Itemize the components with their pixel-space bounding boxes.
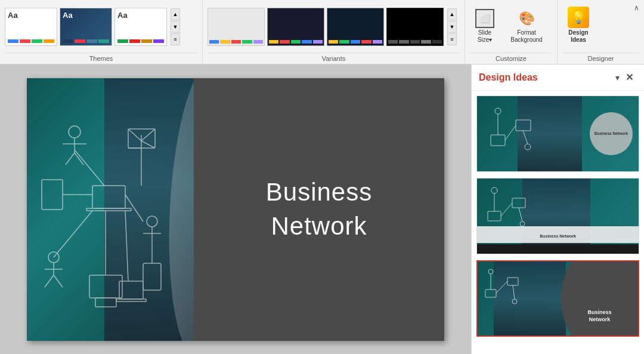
designer-label: Designer [562, 53, 639, 64]
idea-2-text: Business Network [540, 234, 576, 238]
svg-point-32 [495, 108, 501, 114]
designer-section: 💡 DesignIdeas Designer ∧ [558, 0, 644, 64]
variants-scroll-down[interactable]: ▼ [447, 21, 457, 33]
svg-line-7 [75, 150, 104, 186]
svg-line-39 [523, 131, 528, 144]
slide-size-button[interactable]: ⬜ SlideSize▾ [470, 6, 500, 47]
svg-rect-21 [95, 298, 116, 307]
svg-rect-12 [42, 180, 63, 210]
svg-point-48 [488, 269, 493, 274]
svg-line-5 [66, 153, 75, 165]
variant-item-4[interactable] [386, 8, 444, 46]
slide-area: Business Network [0, 64, 471, 354]
svg-line-53 [496, 281, 507, 293]
svg-rect-52 [507, 278, 518, 285]
variant-item-2[interactable] [267, 8, 324, 46]
theme-item-3[interactable]: Aa [114, 8, 167, 46]
design-panel-close-button[interactable]: ✕ [622, 70, 637, 84]
design-ideas-panel: Design Ideas ▾ ✕ [471, 64, 644, 354]
design-panel-body: Business Network [472, 91, 644, 354]
slide-title: Business Network [266, 176, 372, 243]
svg-line-37 [505, 125, 516, 140]
theme-item-1[interactable]: Aa [5, 8, 57, 46]
slide-size-icon: ⬜ [475, 9, 494, 28]
themes-section: Aa Aa Aa [0, 0, 203, 64]
svg-point-2 [69, 126, 80, 138]
design-ideas-button[interactable]: 💡 DesignIdeas [562, 4, 595, 47]
variants-section: ▲ ▼ ≡ Variants [203, 0, 465, 64]
svg-point-23 [147, 216, 157, 227]
svg-line-31 [125, 211, 128, 281]
svg-rect-30 [116, 299, 146, 301]
idea-3-text-line1: Business [566, 309, 633, 316]
svg-rect-27 [143, 263, 161, 290]
design-ideas-label: DesignIdeas [568, 29, 588, 44]
idea-3-text-line2: Network [566, 316, 633, 324]
network-diagram [33, 96, 182, 323]
svg-rect-1 [86, 208, 131, 211]
design-panel-title: Design Ideas [479, 72, 613, 83]
slide-size-label: SlideSize▾ [478, 29, 492, 44]
variants-label: Variants [208, 53, 460, 64]
format-background-label: Format Background [506, 29, 547, 44]
slide-canvas[interactable]: Business Network [27, 78, 444, 341]
svg-line-18 [54, 275, 63, 287]
themes-scroll-down[interactable]: ▼ [171, 21, 180, 33]
svg-point-38 [525, 144, 531, 150]
svg-rect-36 [516, 120, 531, 131]
variant-item-3[interactable] [327, 8, 384, 46]
themes-label: Themes [5, 53, 197, 64]
svg-rect-0 [92, 186, 125, 208]
svg-line-17 [45, 275, 54, 287]
variants-scroll-more[interactable]: ≡ [447, 33, 457, 45]
theme-item-2[interactable]: Aa [60, 8, 112, 46]
format-background-button[interactable]: 🎨 Format Background [501, 6, 552, 47]
svg-line-45 [501, 203, 512, 216]
themes-scroll-up[interactable]: ▲ [171, 8, 180, 20]
svg-line-47 [519, 208, 522, 221]
svg-point-54 [512, 299, 517, 304]
ribbon: Aa Aa Aa [0, 0, 644, 64]
svg-line-55 [513, 285, 515, 299]
design-idea-item-3[interactable]: Business Network [476, 260, 639, 337]
ribbon-collapse-button[interactable]: ∧ [631, 2, 642, 13]
design-panel-dropdown-button[interactable]: ▾ [613, 72, 622, 84]
idea-1-text: Business Network [592, 129, 630, 138]
svg-rect-50 [485, 290, 496, 297]
svg-point-46 [520, 221, 525, 226]
svg-rect-29 [119, 281, 143, 299]
svg-rect-44 [512, 198, 525, 208]
svg-line-9 [141, 141, 155, 148]
svg-rect-20 [89, 275, 122, 298]
slide-title-area: Business Network [194, 78, 444, 341]
customize-label: Customize [470, 53, 552, 64]
background-icon: 🎨 [517, 9, 536, 28]
variants-scroll-up[interactable]: ▲ [447, 8, 457, 20]
svg-point-40 [491, 187, 497, 193]
design-idea-item-2[interactable]: Business Network [476, 178, 639, 254]
design-panel-header: Design Ideas ▾ ✕ [472, 64, 644, 91]
design-ideas-icon: 💡 [568, 7, 589, 28]
main-content: Business Network Design Ideas ▾ ✕ [0, 64, 644, 354]
variant-item-1[interactable] [208, 8, 265, 46]
customize-section: ⬜ SlideSize▾ 🎨 Format Background Customi… [465, 0, 558, 64]
design-idea-item-1[interactable]: Business Network [476, 96, 639, 172]
themes-scroll-more[interactable]: ≡ [171, 33, 180, 45]
svg-rect-42 [488, 211, 501, 221]
svg-rect-34 [491, 135, 505, 146]
svg-line-19 [54, 211, 92, 257]
